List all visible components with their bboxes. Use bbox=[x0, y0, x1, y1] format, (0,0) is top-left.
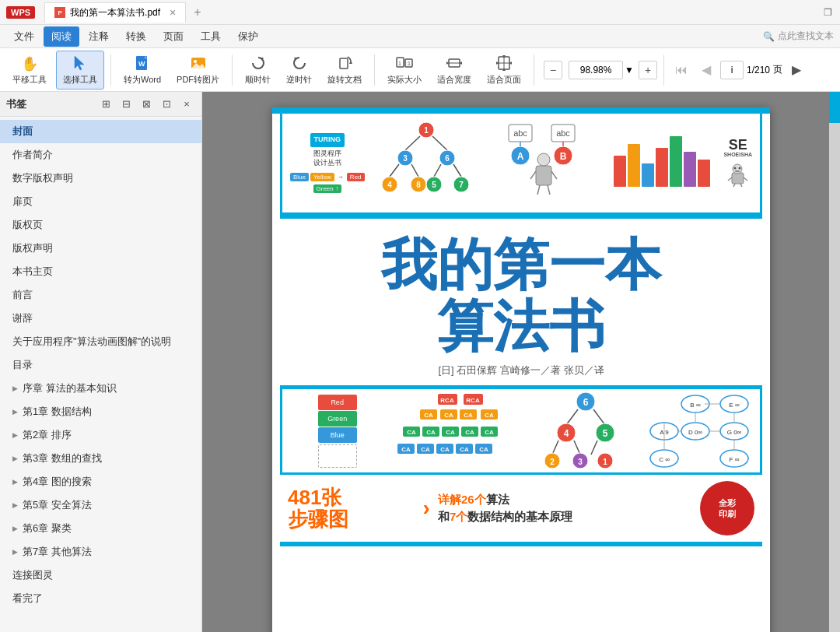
svg-text:CA: CA bbox=[407, 429, 416, 436]
menu-item-tools[interactable]: 工具 bbox=[193, 26, 229, 47]
svg-text:3: 3 bbox=[403, 154, 408, 163]
bookmark-item-app-note[interactable]: 关于应用程序"算法动画图解"的说明 bbox=[0, 330, 201, 353]
arrow-divider: › bbox=[423, 496, 430, 521]
menu-item-annotate[interactable]: 注释 bbox=[81, 26, 117, 47]
page-input[interactable] bbox=[720, 61, 744, 79]
bottom-left-line1: 481张 bbox=[288, 486, 415, 509]
network-diagram: B ∞ E ∞ A 9 D 0∞ G 0∞ C ∞ F ∞ bbox=[639, 392, 752, 470]
svg-text:CA: CA bbox=[426, 429, 436, 436]
restore-button[interactable]: ❐ bbox=[821, 6, 834, 19]
search-text[interactable]: 点此查找文本 bbox=[778, 30, 834, 43]
bookmark-item-preface[interactable]: 前言 bbox=[0, 283, 201, 307]
bookmark-item-done[interactable]: 看完了 bbox=[0, 587, 201, 610]
svg-line-113 bbox=[591, 441, 597, 455]
scroll-thumb[interactable] bbox=[829, 92, 840, 123]
bookmark-item-toc[interactable]: 目录 bbox=[0, 353, 201, 377]
sidebar-header: 书签 ⊞ ⊟ ⊠ ⊡ × bbox=[0, 92, 201, 117]
menu-item-read[interactable]: 阅读 bbox=[44, 26, 79, 47]
sidebar-icon-2[interactable]: ⊟ bbox=[117, 96, 135, 113]
zoom-in-button[interactable]: + bbox=[639, 61, 657, 79]
fit-page-button[interactable]: 适合页面 bbox=[481, 51, 527, 90]
full-color-badge: 全彩 印刷 bbox=[700, 481, 754, 535]
fit-width-button[interactable]: 适合宽度 bbox=[431, 51, 478, 90]
menu-item-page[interactable]: 页面 bbox=[156, 26, 191, 47]
zoom-out-icon[interactable]: − bbox=[544, 61, 562, 79]
add-tab-button[interactable]: + bbox=[189, 5, 205, 19]
fit-page-label: 适合页面 bbox=[487, 74, 521, 86]
next-page-button[interactable]: ▶ bbox=[786, 59, 807, 81]
bookmark-item-connect[interactable]: 连接图灵 bbox=[0, 564, 201, 587]
svg-line-35 bbox=[411, 164, 418, 177]
svg-line-28 bbox=[405, 136, 420, 150]
zoom-input[interactable] bbox=[569, 61, 623, 79]
badge-line2: 印刷 bbox=[719, 508, 736, 519]
arrow-icon: ▶ bbox=[12, 501, 18, 509]
svg-text:CA: CA bbox=[464, 412, 473, 419]
menu-item-protect[interactable]: 保护 bbox=[230, 26, 266, 47]
pdf-to-img-button[interactable]: PDF转图片 bbox=[170, 51, 226, 90]
rotate-doc-label: 旋转文档 bbox=[327, 74, 362, 86]
arrow-icon: ▶ bbox=[12, 431, 18, 439]
to-word-button[interactable]: W 转为Word bbox=[117, 51, 167, 90]
actual-size-button[interactable]: 1 :1 实际大小 bbox=[381, 51, 428, 90]
bookmark-item-cover[interactable]: 封面 bbox=[0, 120, 201, 143]
prev-page-button[interactable]: ◀ bbox=[695, 59, 717, 81]
scroll-track[interactable] bbox=[829, 92, 840, 632]
bookmark-item-ch5[interactable]: ▶ 第5章 安全算法 bbox=[0, 493, 201, 517]
sidebar-icon-1[interactable]: ⊞ bbox=[97, 96, 114, 113]
zoom-out-button[interactable]: − bbox=[541, 51, 565, 90]
svg-rect-56 bbox=[536, 166, 551, 185]
svg-text:W: W bbox=[138, 60, 145, 68]
file-icon: P bbox=[54, 7, 65, 18]
arrow-icon: ▶ bbox=[12, 408, 18, 416]
pdf-viewer: TURING 图灵程序 设计丛书 Blue Yellow → Red Gree bbox=[202, 92, 840, 632]
toolbar: ✋ 平移工具 选择工具 W 转为Word PDF转图片 bbox=[0, 48, 840, 92]
bookmark-item-copyright-notice[interactable]: 版权声明 bbox=[0, 237, 201, 260]
bookmark-item-ch2[interactable]: ▶ 第2章 排序 bbox=[0, 423, 201, 447]
sidebar-close-button[interactable]: × bbox=[178, 96, 195, 113]
svg-text:4: 4 bbox=[564, 428, 569, 439]
svg-line-37 bbox=[453, 164, 461, 177]
bookmark-item-ch4[interactable]: ▶ 第4章 图的搜索 bbox=[0, 470, 201, 493]
active-tab[interactable]: P 我的第一本算法书.pdf × bbox=[44, 2, 186, 23]
bookmark-item-copyright-page[interactable]: 版权页 bbox=[0, 213, 201, 237]
bookmark-item-ch3[interactable]: ▶ 第3章 数组的查找 bbox=[0, 447, 201, 470]
svg-point-64 bbox=[734, 167, 737, 169]
sidebar-icon-4[interactable]: ⊡ bbox=[158, 96, 175, 113]
svg-point-65 bbox=[739, 167, 741, 169]
pan-label: 平移工具 bbox=[12, 74, 47, 86]
bookmark-item-author[interactable]: 作者简介 bbox=[0, 143, 201, 167]
svg-text:B: B bbox=[560, 151, 567, 162]
svg-text:✋: ✋ bbox=[21, 55, 38, 72]
bookmark-item-ch7[interactable]: ▶ 第7章 其他算法 bbox=[0, 540, 201, 564]
select-tool-button[interactable]: 选择工具 bbox=[56, 51, 104, 90]
rotate-doc-button[interactable]: 旋转文档 bbox=[321, 51, 368, 90]
clockwise-button[interactable]: 顺时针 bbox=[239, 51, 277, 90]
rotate-doc-icon bbox=[335, 54, 354, 72]
bookmark-item-copyright-digital[interactable]: 数字版权声明 bbox=[0, 167, 201, 190]
svg-text:1: 1 bbox=[424, 126, 429, 135]
svg-point-5 bbox=[194, 60, 197, 63]
bookmark-item-prelude[interactable]: ▶ 序章 算法的基本知识 bbox=[0, 377, 201, 400]
menu-item-convert[interactable]: 转换 bbox=[118, 26, 154, 47]
sidebar-content: 封面 作者简介 数字版权声明 扉页 版权页 版权声明 本书主页 前言 bbox=[0, 117, 201, 632]
bookmark-item-ch1[interactable]: ▶ 第1章 数据结构 bbox=[0, 400, 201, 423]
bookmark-item-title-page[interactable]: 扉页 bbox=[0, 190, 201, 213]
first-page-button[interactable]: ⏮ bbox=[670, 59, 692, 81]
svg-text:8: 8 bbox=[416, 181, 421, 189]
menu-item-file[interactable]: 文件 bbox=[6, 26, 42, 47]
page-label: 页 bbox=[773, 63, 782, 76]
tree-diagram: 1 3 6 4 8 bbox=[371, 121, 482, 206]
sidebar-icon-3[interactable]: ⊠ bbox=[138, 96, 155, 113]
pan-tool-button[interactable]: ✋ 平移工具 bbox=[6, 51, 53, 90]
svg-line-69 bbox=[733, 184, 735, 187]
close-tab-button[interactable]: × bbox=[170, 6, 176, 19]
window-controls: ❐ bbox=[821, 6, 834, 19]
toolbar-sep-3 bbox=[374, 54, 375, 86]
zoom-dropdown-icon[interactable]: ▼ bbox=[625, 65, 634, 75]
svg-rect-62 bbox=[732, 173, 744, 184]
counter-button[interactable]: 逆时针 bbox=[280, 51, 318, 90]
bookmark-item-ch6[interactable]: ▶ 第6章 聚类 bbox=[0, 517, 201, 540]
bookmark-item-homepage[interactable]: 本书主页 bbox=[0, 260, 201, 283]
bookmark-item-thanks[interactable]: 谢辞 bbox=[0, 307, 201, 330]
